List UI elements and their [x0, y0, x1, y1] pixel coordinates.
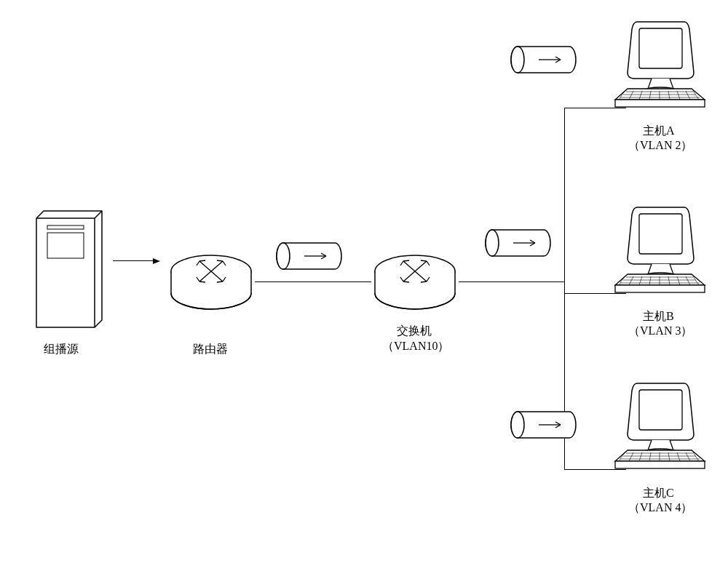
svg-rect-46	[639, 390, 682, 430]
svg-point-11	[486, 230, 499, 256]
host-b-name: 主机B	[643, 309, 674, 324]
switch-label-1: 交换机	[397, 324, 432, 339]
link-switch-bus	[459, 281, 564, 282]
switch-label-2: （VLAN10）	[382, 339, 449, 354]
arrow-source-to-router	[113, 260, 153, 261]
svg-rect-33	[615, 285, 705, 292]
host-c-vlan: （VLAN 4）	[628, 500, 692, 516]
svg-rect-16	[639, 28, 682, 68]
server-icon	[29, 204, 109, 331]
network-diagram: 组播源 路由器	[0, 0, 728, 571]
svg-rect-1	[47, 233, 84, 258]
link-router-switch	[255, 281, 371, 282]
host-b-vlan: （VLAN 3）	[628, 324, 692, 339]
svg-rect-0	[47, 225, 84, 229]
packet-icon	[510, 409, 579, 442]
svg-rect-18	[615, 100, 705, 107]
packet-icon	[510, 44, 579, 76]
svg-point-4	[277, 243, 290, 269]
host-a-name: 主机A	[643, 124, 675, 139]
packet-icon	[484, 227, 553, 260]
packet-icon	[275, 240, 344, 273]
host-a-vlan: （VLAN 2）	[628, 138, 692, 153]
arrow-head-icon	[153, 258, 160, 264]
host-c-name: 主机C	[643, 486, 674, 501]
computer-icon	[612, 204, 713, 302]
switch-icon	[371, 253, 459, 311]
computer-icon	[612, 380, 713, 478]
computer-icon	[612, 18, 713, 116]
router-label: 路由器	[193, 342, 228, 357]
svg-rect-48	[615, 461, 705, 468]
svg-point-8	[511, 47, 524, 73]
source-label: 组播源	[44, 342, 79, 357]
router-icon	[167, 253, 255, 311]
svg-rect-31	[639, 214, 682, 254]
svg-point-14	[511, 412, 524, 438]
